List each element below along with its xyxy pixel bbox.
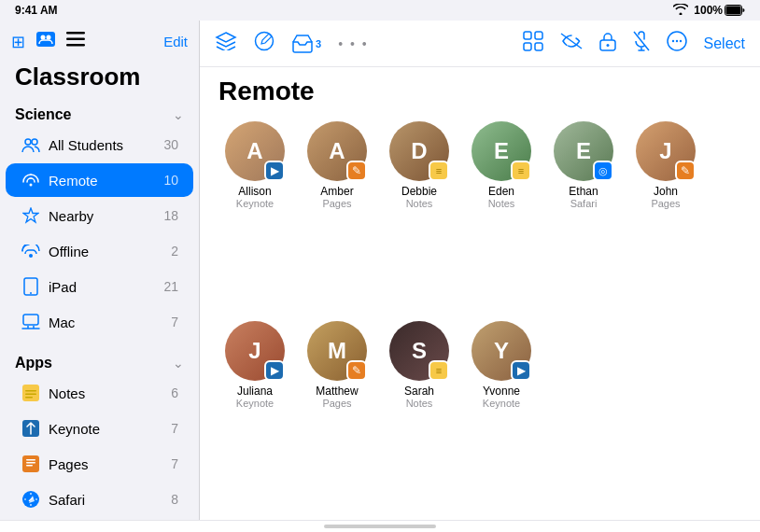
student-app-sarah: Notes <box>406 398 433 409</box>
pencil-circle-icon[interactable] <box>254 31 274 56</box>
student-app-ethan: Safari <box>570 198 598 209</box>
edit-button[interactable]: Edit <box>163 34 188 49</box>
student-card-allison[interactable]: A ▶ Allison Keynote <box>218 121 291 312</box>
svg-rect-7 <box>66 44 85 47</box>
status-bar: 9:41 AM 100% <box>0 0 760 21</box>
science-chevron-icon[interactable]: ⌄ <box>173 107 184 122</box>
student-avatar-wrapper-amber: A ✎ <box>307 121 367 181</box>
science-section-header: Science ⌄ <box>0 99 199 127</box>
sidebar-item-offline[interactable]: Offline 2 <box>6 234 193 268</box>
student-card-debbie[interactable]: D ≡ Debbie Notes <box>383 121 456 312</box>
ellipsis-circle-icon[interactable] <box>667 31 687 56</box>
student-name-sarah: Sarah <box>404 385 434 398</box>
sidebar-toggle-icon[interactable]: ⊞ <box>11 32 25 52</box>
all-students-count: 30 <box>163 137 178 152</box>
list-icon[interactable] <box>66 32 85 51</box>
safari-label: Safari <box>49 492 171 508</box>
remote-count: 10 <box>163 173 178 188</box>
svg-rect-16 <box>25 390 36 392</box>
svg-rect-30 <box>535 32 542 39</box>
sidebar-item-ipad[interactable]: iPad 21 <box>6 270 193 303</box>
student-badge-yvonne: ▶ <box>511 360 531 381</box>
student-badge-matthew: ✎ <box>346 360 367 381</box>
nearby-label: Nearby <box>49 208 163 224</box>
offline-count: 2 <box>171 244 178 259</box>
svg-rect-20 <box>22 455 39 472</box>
eye-slash-icon[interactable] <box>560 33 583 54</box>
student-avatar-wrapper-debbie: D ≡ <box>389 121 449 181</box>
lock-icon[interactable] <box>599 31 616 56</box>
layers-icon[interactable] <box>215 32 237 55</box>
toolbar-right: Select <box>523 31 745 56</box>
remote-icon <box>21 170 41 190</box>
student-name-debbie: Debbie <box>401 185 437 198</box>
wifi-icon <box>673 4 688 17</box>
pages-label: Pages <box>49 456 171 472</box>
student-name-allison: Allison <box>238 185 271 198</box>
notes-label: Notes <box>49 385 171 401</box>
student-avatar-wrapper-yvonne: Y ▶ <box>471 321 531 381</box>
student-badge-eden: ≡ <box>511 161 531 181</box>
svg-rect-1 <box>726 7 741 15</box>
svg-rect-6 <box>66 38 85 41</box>
keynote-app-icon <box>21 418 41 439</box>
sidebar-title: Classroom <box>0 59 199 99</box>
select-button[interactable]: Select <box>704 35 745 52</box>
student-badge-ethan: ◎ <box>593 161 613 181</box>
svg-point-37 <box>675 40 677 42</box>
inbox-wrapper[interactable]: 3 <box>291 35 321 53</box>
student-avatar-wrapper-john: J ✎ <box>636 121 696 181</box>
svg-point-8 <box>25 139 31 145</box>
classroom-icon[interactable] <box>35 28 57 55</box>
student-app-debbie: Notes <box>406 198 433 209</box>
grid-icon[interactable] <box>523 31 543 56</box>
sidebar-item-notes[interactable]: Notes 6 <box>6 376 193 410</box>
apps-label: Apps <box>15 355 52 371</box>
sidebar-item-pages[interactable]: Pages 7 <box>6 447 193 481</box>
student-card-juliana[interactable]: J ▶ Juliana Keynote <box>218 321 291 511</box>
student-card-ethan[interactable]: E ◎ Ethan Safari <box>547 121 620 312</box>
student-badge-sarah: ≡ <box>429 360 449 381</box>
student-avatar-wrapper-ethan: E ◎ <box>554 121 613 181</box>
mic-slash-icon[interactable] <box>633 31 650 56</box>
students-grid: A ▶ Allison Keynote A ✎ Amber Pages D <box>200 112 760 520</box>
sidebar-item-keynote[interactable]: Keynote 7 <box>6 412 193 445</box>
ipad-label: iPad <box>49 279 163 295</box>
student-name-matthew: Matthew <box>316 385 358 398</box>
svg-rect-2 <box>36 32 55 47</box>
notes-count: 6 <box>171 385 178 400</box>
svg-point-4 <box>47 35 51 40</box>
student-avatar-wrapper-eden: E ≡ <box>471 121 531 181</box>
status-indicators: 100% <box>673 4 745 17</box>
mac-icon <box>21 312 41 332</box>
student-badge-john: ✎ <box>675 161 696 181</box>
safari-count: 8 <box>171 492 178 507</box>
svg-point-11 <box>29 254 33 258</box>
sidebar-item-nearby[interactable]: Nearby 18 <box>6 199 193 232</box>
sidebar-item-mac[interactable]: Mac 7 <box>6 305 193 339</box>
student-app-matthew: Pages <box>322 398 351 409</box>
student-card-matthew[interactable]: M ✎ Matthew Pages <box>301 321 373 511</box>
sidebar-item-safari[interactable]: Safari 8 <box>6 483 193 516</box>
student-card-eden[interactable]: E ≡ Eden Notes <box>465 121 538 312</box>
svg-point-13 <box>30 292 32 294</box>
student-card-yvonne[interactable]: Y ▶ Yvonne Keynote <box>465 321 538 511</box>
student-name-amber: Amber <box>320 185 353 198</box>
student-card-john[interactable]: J ✎ John Pages <box>629 121 702 312</box>
sidebar-item-remote[interactable]: Remote 10 <box>6 163 193 197</box>
mac-count: 7 <box>171 315 178 329</box>
svg-rect-22 <box>26 462 35 464</box>
sidebar-item-all-students[interactable]: All Students 30 <box>6 128 193 161</box>
apps-chevron-icon[interactable]: ⌄ <box>173 356 184 371</box>
svg-point-38 <box>679 40 681 42</box>
svg-point-3 <box>41 35 46 40</box>
sidebar: ⊞ Edit <box>0 21 200 520</box>
student-card-sarah[interactable]: S ≡ Sarah Notes <box>383 321 456 511</box>
pages-app-icon <box>21 454 41 474</box>
svg-rect-18 <box>25 397 33 399</box>
content-toolbar: 3 • • • <box>200 21 760 67</box>
ipad-count: 21 <box>163 279 178 294</box>
svg-rect-21 <box>26 459 35 461</box>
keynote-label: Keynote <box>49 421 171 437</box>
student-card-amber[interactable]: A ✎ Amber Pages <box>301 121 373 312</box>
